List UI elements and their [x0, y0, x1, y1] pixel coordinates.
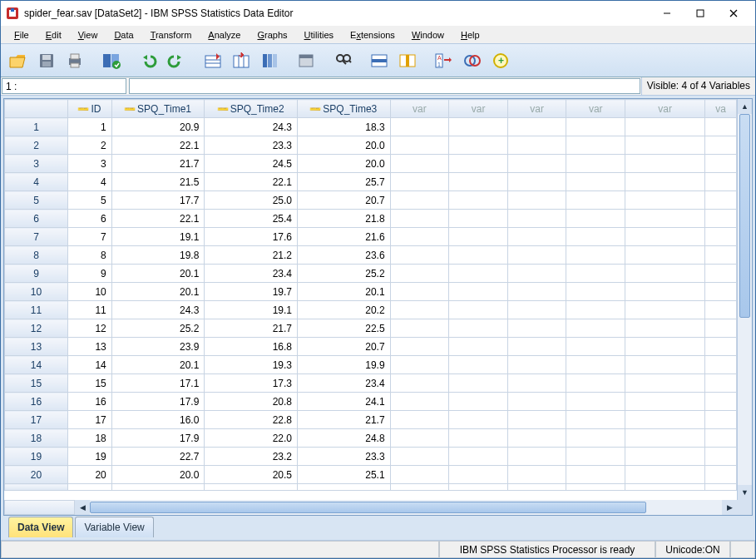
empty-cell[interactable]	[625, 246, 705, 265]
empty-cell[interactable]	[390, 191, 449, 210]
column-header-empty[interactable]: va	[705, 100, 737, 118]
minimize-button[interactable]	[650, 2, 684, 25]
empty-cell[interactable]	[566, 155, 625, 173]
run-descriptives-button[interactable]	[294, 48, 319, 73]
empty-cell[interactable]	[390, 301, 449, 319]
empty-cell[interactable]	[625, 265, 705, 283]
cell-spq-time1[interactable]: 22.1	[111, 210, 205, 228]
empty-cell[interactable]	[566, 448, 625, 466]
close-button[interactable]	[717, 2, 750, 25]
empty-cell[interactable]	[507, 429, 566, 448]
row-header[interactable]: 17	[5, 411, 68, 429]
menu-transform[interactable]: Transform	[142, 28, 200, 42]
cell-spq-time1[interactable]: 17.7	[111, 191, 205, 210]
row-header[interactable]: 5	[5, 191, 68, 210]
empty-cell[interactable]	[705, 374, 737, 393]
empty-cell[interactable]	[449, 210, 508, 228]
menu-edit[interactable]: Edit	[37, 28, 70, 42]
insert-variable-button[interactable]	[395, 48, 420, 73]
empty-cell[interactable]	[705, 173, 737, 191]
cell-spq-time2[interactable]: 17.6	[205, 228, 298, 246]
tab-variable-view[interactable]: Variable View	[75, 517, 153, 537]
empty-cell[interactable]	[449, 393, 508, 411]
empty-cell[interactable]	[507, 411, 566, 429]
empty-cell[interactable]	[507, 118, 566, 136]
empty-cell[interactable]	[507, 301, 566, 319]
empty-cell[interactable]	[390, 155, 449, 173]
row-header[interactable]: 20	[5, 466, 68, 484]
empty-cell[interactable]	[705, 338, 737, 356]
data-grid[interactable]: 📏ID 📏SPQ_Time1 📏SPQ_Time2 📏SPQ_Time3 var…	[4, 99, 737, 491]
empty-cell[interactable]	[449, 301, 508, 319]
empty-cell[interactable]	[390, 173, 449, 191]
cell-spq-time3[interactable]: 21.6	[298, 228, 391, 246]
empty-cell[interactable]	[566, 265, 625, 283]
empty-cell[interactable]	[390, 448, 449, 466]
row-header[interactable]: 7	[5, 228, 68, 246]
cell-spq-time2[interactable]: 23.3	[205, 136, 298, 155]
empty-cell[interactable]	[566, 228, 625, 246]
empty-cell[interactable]	[390, 136, 449, 155]
empty-cell[interactable]	[507, 265, 566, 283]
cell-spq-time2[interactable]: 24.5	[205, 155, 298, 173]
cell-id[interactable]: 1	[68, 118, 112, 136]
cell-id[interactable]: 15	[68, 374, 112, 393]
row-header[interactable]: 19	[5, 448, 68, 466]
column-header-spq-time1[interactable]: 📏SPQ_Time1	[111, 100, 205, 118]
empty-cell[interactable]	[507, 191, 566, 210]
row-header[interactable]: 8	[5, 246, 68, 265]
horizontal-scrollbar[interactable]: ◀ ▶	[4, 500, 752, 515]
vertical-scrollbar[interactable]: ▲ ▼	[737, 99, 752, 500]
empty-cell[interactable]	[449, 319, 508, 338]
empty-cell[interactable]	[625, 301, 705, 319]
cell-id[interactable]: 6	[68, 210, 112, 228]
cell-spq-time2[interactable]: 19.3	[205, 356, 298, 374]
cell-spq-time3[interactable]: 20.1	[298, 283, 391, 301]
row-header[interactable]: 10	[5, 283, 68, 301]
cell-id[interactable]: 18	[68, 429, 112, 448]
empty-cell[interactable]	[507, 136, 566, 155]
empty-cell[interactable]	[625, 448, 705, 466]
empty-cell[interactable]	[390, 246, 449, 265]
empty-cell[interactable]	[625, 484, 705, 491]
empty-cell[interactable]	[449, 448, 508, 466]
empty-cell[interactable]	[566, 466, 625, 484]
empty-cell[interactable]	[111, 484, 205, 491]
scroll-down-arrow[interactable]: ▼	[738, 485, 752, 500]
cell-spq-time2[interactable]: 19.7	[205, 283, 298, 301]
empty-cell[interactable]	[566, 319, 625, 338]
menu-utilities[interactable]: Utilities	[296, 28, 342, 42]
cell-spq-time1[interactable]: 20.9	[111, 118, 205, 136]
cell-id[interactable]: 17	[68, 411, 112, 429]
empty-cell[interactable]	[625, 228, 705, 246]
empty-cell[interactable]	[390, 466, 449, 484]
empty-cell[interactable]	[566, 118, 625, 136]
empty-cell[interactable]	[705, 155, 737, 173]
empty-cell[interactable]	[390, 393, 449, 411]
scroll-left-arrow[interactable]: ◀	[75, 500, 90, 515]
cell-spq-time2[interactable]: 20.5	[205, 466, 298, 484]
split-file-button[interactable]: A1	[432, 48, 457, 73]
empty-cell[interactable]	[449, 356, 508, 374]
empty-cell[interactable]	[390, 283, 449, 301]
cell-spq-time2[interactable]: 16.8	[205, 338, 298, 356]
cell-spq-time1[interactable]: 17.1	[111, 374, 205, 393]
cell-spq-time1[interactable]: 20.1	[111, 265, 205, 283]
empty-cell[interactable]	[705, 118, 737, 136]
empty-cell[interactable]	[390, 484, 449, 491]
cell-value-field[interactable]	[129, 78, 640, 94]
empty-cell[interactable]	[298, 484, 391, 491]
empty-cell[interactable]	[705, 246, 737, 265]
row-header[interactable]: 18	[5, 429, 68, 448]
empty-cell[interactable]	[705, 448, 737, 466]
row-header[interactable]: 4	[5, 173, 68, 191]
empty-cell[interactable]	[566, 191, 625, 210]
cell-spq-time3[interactable]: 20.0	[298, 155, 391, 173]
empty-cell[interactable]	[390, 338, 449, 356]
cell-spq-time2[interactable]: 21.7	[205, 319, 298, 338]
menu-analyze[interactable]: Analyze	[200, 28, 249, 42]
row-header[interactable]: 11	[5, 301, 68, 319]
empty-cell[interactable]	[507, 283, 566, 301]
cell-spq-time1[interactable]: 16.0	[111, 411, 205, 429]
scroll-track[interactable]	[738, 114, 752, 485]
